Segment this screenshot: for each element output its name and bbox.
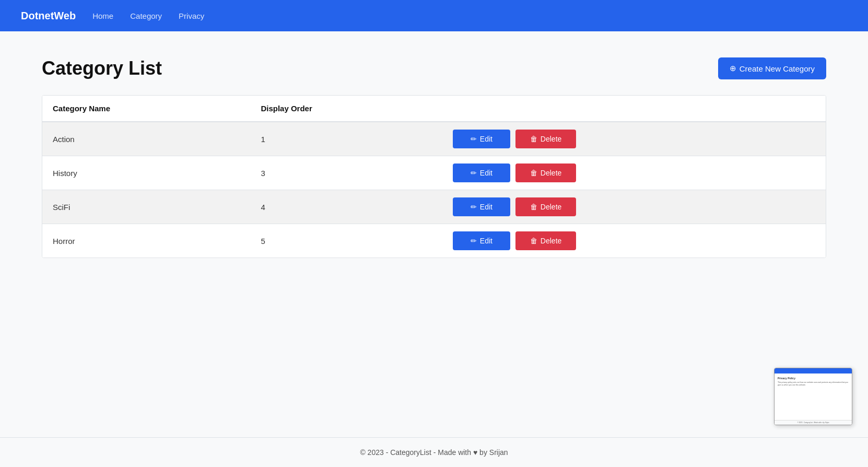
delete-label: Delete (541, 203, 561, 211)
category-table-container: Category Name Display Order Action1✏Edit… (42, 95, 826, 258)
navbar-brand[interactable]: DotnetWeb (21, 10, 76, 22)
create-new-category-button[interactable]: ⊕ Create New Category (718, 57, 826, 79)
actions-cell: ✏Edit🗑Delete (453, 130, 815, 148)
edit-label: Edit (480, 135, 492, 143)
trash-icon: 🗑 (530, 237, 537, 245)
table-row: SciFi4✏Edit🗑Delete (42, 190, 826, 224)
column-header-name: Category Name (42, 96, 250, 122)
pencil-icon: ✏ (471, 203, 477, 211)
table-header-row: Category Name Display Order (42, 96, 826, 122)
actions-cell: ✏Edit🗑Delete (453, 164, 815, 182)
navbar-link-category[interactable]: Category (130, 11, 162, 20)
edit-label: Edit (480, 237, 492, 245)
footer-text: © 2023 - CategoryList - Made with ♥ by S… (360, 448, 508, 457)
delete-label: Delete (541, 169, 561, 177)
table-row: Horror5✏Edit🗑Delete (42, 224, 826, 258)
cell-actions: ✏Edit🗑Delete (442, 156, 826, 190)
page-title: Category List (42, 57, 162, 79)
trash-icon: 🗑 (530, 135, 537, 143)
pencil-icon: ✏ (471, 169, 477, 177)
cell-actions: ✏Edit🗑Delete (442, 224, 826, 258)
delete-label: Delete (541, 237, 561, 245)
delete-label: Delete (541, 135, 561, 143)
footer: © 2023 - CategoryList - Made with ♥ by S… (0, 437, 868, 467)
cell-actions: ✏Edit🗑Delete (442, 122, 826, 156)
cell-category-name: Action (42, 122, 250, 156)
cell-category-name: History (42, 156, 250, 190)
navbar-link-privacy[interactable]: Privacy (179, 11, 204, 20)
plus-circle-icon: ⊕ (730, 64, 736, 73)
create-button-label: Create New Category (740, 64, 815, 73)
navbar: DotnetWeb Home Category Privacy (0, 0, 868, 31)
trash-icon: 🗑 (530, 203, 537, 211)
edit-label: Edit (480, 203, 492, 211)
column-header-actions (442, 96, 826, 122)
edit-button-horror[interactable]: ✏Edit (453, 231, 510, 250)
table-row: Action1✏Edit🗑Delete (42, 122, 826, 156)
thumbnail-title: Privacy Policy (778, 377, 849, 380)
delete-button-scifi[interactable]: 🗑Delete (515, 197, 576, 216)
trash-icon: 🗑 (530, 169, 537, 177)
edit-button-action[interactable]: ✏Edit (453, 130, 510, 148)
table-row: History3✏Edit🗑Delete (42, 156, 826, 190)
actions-cell: ✏Edit🗑Delete (453, 197, 815, 216)
thumbnail-text: This privacy policy sets out how our web… (778, 381, 849, 387)
delete-button-horror[interactable]: 🗑Delete (515, 231, 576, 250)
cell-display-order: 5 (250, 224, 442, 258)
category-table: Category Name Display Order Action1✏Edit… (42, 96, 826, 258)
cell-display-order: 1 (250, 122, 442, 156)
page-header: Category List ⊕ Create New Category (42, 57, 826, 79)
edit-label: Edit (480, 169, 492, 177)
delete-button-action[interactable]: 🗑Delete (515, 130, 576, 148)
thumbnail-body: Privacy Policy This privacy policy sets … (775, 373, 852, 390)
cell-display-order: 3 (250, 156, 442, 190)
edit-button-history[interactable]: ✏Edit (453, 164, 510, 182)
navbar-link-home[interactable]: Home (92, 11, 113, 20)
actions-cell: ✏Edit🗑Delete (453, 231, 815, 250)
main-content: Category List ⊕ Create New Category Cate… (0, 31, 868, 437)
cell-display-order: 4 (250, 190, 442, 224)
pencil-icon: ✏ (471, 135, 477, 143)
cell-category-name: SciFi (42, 190, 250, 224)
edit-button-scifi[interactable]: ✏Edit (453, 197, 510, 216)
thumbnail-navbar (775, 368, 852, 373)
thumbnail-preview: Privacy Policy This privacy policy sets … (774, 368, 852, 425)
pencil-icon: ✏ (471, 237, 477, 245)
thumbnail-footer: © 2023 - CategoryList - Made with ♥ by S… (775, 420, 852, 425)
column-header-order: Display Order (250, 96, 442, 122)
cell-category-name: Horror (42, 224, 250, 258)
delete-button-history[interactable]: 🗑Delete (515, 164, 576, 182)
cell-actions: ✏Edit🗑Delete (442, 190, 826, 224)
